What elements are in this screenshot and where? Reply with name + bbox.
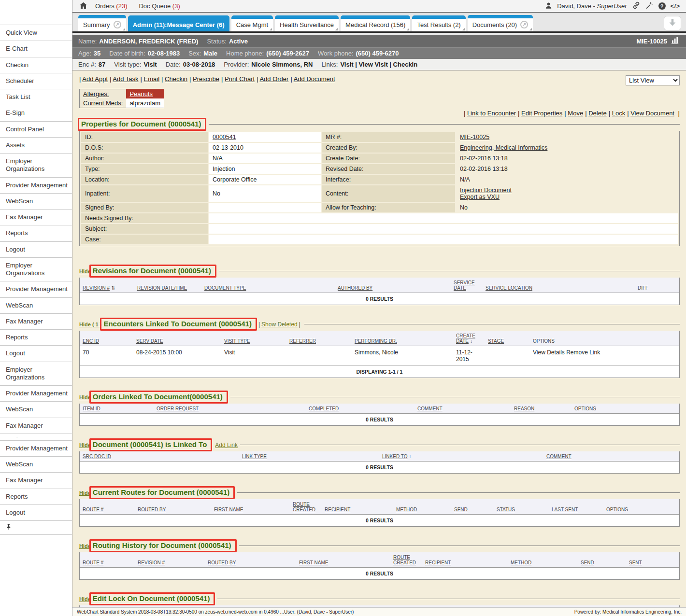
encounter-row[interactable]: 70 08-24-2015 10:00 Visit Simmons, Nicol… <box>80 346 679 366</box>
sort-route-num[interactable]: ROUTE # <box>83 560 103 565</box>
view-select[interactable]: List View <box>626 75 680 85</box>
sort-route-created[interactable]: ROUTE CREATED <box>293 502 315 512</box>
sort-routed-by[interactable]: ROUTED BY <box>208 560 236 565</box>
link-to-encounter-link[interactable]: Link to Encounter <box>467 110 516 117</box>
tab-summary[interactable]: Summary ↗ <box>78 15 126 31</box>
sort-revision-datetime[interactable]: REVISION DATE/TIME <box>137 285 187 291</box>
doc-id-link[interactable]: 0000541 <box>213 134 236 140</box>
move-link[interactable]: Move <box>568 110 583 117</box>
sidebar-item-e-chart[interactable]: E-Chart <box>0 41 72 57</box>
tab-medical-record[interactable]: Medical Record (156) <box>341 15 410 31</box>
injection-document-link[interactable]: Injection Document <box>460 187 512 194</box>
nav-orders[interactable]: Orders (23) <box>95 2 127 10</box>
sidebar-item-employer-organizations[interactable]: Employer Organizations <box>0 154 72 178</box>
sort-recipient[interactable]: RECIPIENT <box>425 560 451 565</box>
home-icon[interactable] <box>79 2 87 11</box>
sidebar-item-fax-manager[interactable]: Fax Manager <box>0 314 72 330</box>
sort-method[interactable]: METHOD <box>511 560 531 565</box>
sort-document-type[interactable]: DOCUMENT TYPE <box>204 285 246 291</box>
encounters-hide-link[interactable]: Hide ( 1 ) <box>79 322 101 327</box>
sort-enc-id[interactable]: ENC ID <box>83 338 99 344</box>
sort-first-name[interactable]: FIRST NAME <box>214 507 243 512</box>
add-order-link[interactable]: Add Order <box>259 75 288 83</box>
sidebar-item-control-panel[interactable]: Control Panel <box>0 122 72 138</box>
open-in-new-icon[interactable]: ↗ <box>114 21 121 28</box>
tab-case-mgmt[interactable]: Case Mgmt <box>231 15 273 31</box>
edit-properties-link[interactable]: Edit Properties <box>521 110 562 117</box>
view-document-link[interactable]: View Document <box>630 110 674 117</box>
email-link[interactable]: Email <box>144 75 160 83</box>
sort-item-id[interactable]: ITEM ID <box>83 406 100 411</box>
sort-first-name[interactable]: FIRST NAME <box>299 560 328 565</box>
sidebar-item-provider-management[interactable]: Provider Management <box>0 281 72 297</box>
tab-test-results[interactable]: Test Results (2) <box>412 15 465 31</box>
sort-linked-to[interactable]: LINKED TO <box>382 454 407 459</box>
open-in-new-icon[interactable]: ↗ <box>520 21 528 28</box>
export-vxu-link[interactable]: Export as VXU <box>460 194 500 200</box>
sort-last-sent[interactable]: LAST SENT <box>552 507 578 512</box>
sort-referrer[interactable]: REFERRER <box>289 338 316 344</box>
sort-visit-type[interactable]: VISIT TYPE <box>224 338 250 344</box>
sidebar-item-webscan[interactable]: WebScan <box>0 194 72 210</box>
sidebar-item-logout[interactable]: Logout <box>0 346 72 362</box>
sort-revision-num[interactable]: REVISION # <box>83 285 110 291</box>
sort-status[interactable]: STATUS <box>497 507 515 512</box>
sort-send[interactable]: SEND <box>454 507 468 512</box>
link-icon[interactable] <box>632 1 641 11</box>
sort-performing-dr[interactable]: PERFORMING DR. <box>355 338 397 344</box>
sidebar-item-provider-management[interactable]: Provider Management <box>0 386 72 402</box>
sidebar-item-provider-management[interactable]: Provider Management <box>0 178 72 194</box>
add-document-link[interactable]: Add Document <box>294 75 335 83</box>
sidebar-item-fax-manager[interactable]: Fax Manager <box>0 418 72 434</box>
sidebar-item-reports[interactable]: Reports <box>0 489 72 505</box>
sidebar-item-employer-organizations[interactable]: Employer Organizations <box>0 258 72 282</box>
sort-stage[interactable]: STAGE <box>488 338 504 344</box>
sort-serv-date[interactable]: SERV DATE <box>136 338 163 344</box>
sort-src-doc-id[interactable]: SRC DOC ID <box>83 454 111 459</box>
sidebar-item-reports[interactable]: Reports <box>0 225 72 241</box>
sidebar-item-scheduler[interactable]: Scheduler <box>0 73 72 89</box>
add-appt-link[interactable]: Add Appt <box>82 75 108 83</box>
allergy-peanuts-link[interactable]: Peanuts <box>129 90 153 98</box>
tab-documents[interactable]: Documents (20) ↗ <box>468 15 533 31</box>
sidebar-pin-toggle[interactable] <box>0 521 72 535</box>
chart-stats-icon[interactable] <box>671 37 680 45</box>
sidebar-item-employer-organizations[interactable]: Employer Organizations <box>0 362 72 386</box>
link-visit[interactable]: Visit <box>340 61 353 68</box>
print-chart-link[interactable]: Print Chart <box>225 75 255 83</box>
current-user[interactable]: David, Dave - SuperUser <box>557 2 627 10</box>
sort-comment[interactable]: COMMENT <box>417 406 443 411</box>
sidebar-item-webscan[interactable]: WebScan <box>0 298 72 314</box>
prescribe-link[interactable]: Prescribe <box>193 75 219 83</box>
checkin-link[interactable]: Checkin <box>165 75 187 83</box>
sort-order-request[interactable]: ORDER REQUEST <box>157 406 199 411</box>
sort-authored-by[interactable]: AUTHORED BY <box>338 285 372 291</box>
sort-completed[interactable]: COMPLETED <box>309 406 339 411</box>
sidebar-item-e-sign[interactable]: E-Sign <box>0 105 72 121</box>
sort-method[interactable]: METHOD <box>396 507 417 512</box>
add-task-link[interactable]: Add Task <box>113 75 138 83</box>
mrn-link[interactable]: MIE-10025 <box>460 134 489 140</box>
sidebar-item-fax-manager[interactable]: Fax Manager <box>0 210 72 225</box>
sort-service-date[interactable]: SERVICE DATE <box>454 280 475 291</box>
sort-sent[interactable]: SENT <box>629 560 642 565</box>
sort-service-location[interactable]: SERVICE LOCATION <box>486 285 532 291</box>
sort-route-num[interactable]: ROUTE # <box>83 507 103 512</box>
sidebar-item-webscan[interactable]: WebScan <box>0 457 72 473</box>
tab-admin-message-center[interactable]: Admin (11):Message Center (6) <box>128 15 229 31</box>
nav-doc-queue[interactable]: Doc Queue (3) <box>139 2 180 10</box>
sidebar-item-webscan[interactable]: WebScan <box>0 402 72 418</box>
sort-send[interactable]: SEND <box>581 560 594 565</box>
code-icon[interactable]: </> <box>671 3 680 10</box>
allergies-link[interactable]: Allergies: <box>83 90 109 98</box>
sort-comment[interactable]: COMMENT <box>546 454 572 459</box>
sort-link-type[interactable]: LINK TYPE <box>242 454 267 459</box>
sort-recipient[interactable]: RECIPIENT <box>325 507 350 512</box>
sidebar-item-clipped[interactable]: - <box>0 434 72 441</box>
sort-route-created[interactable]: ROUTE CREATED <box>393 555 416 565</box>
sidebar-item-logout[interactable]: Logout <box>0 242 72 258</box>
lock-link[interactable]: Lock <box>612 110 625 117</box>
sidebar-item-assets[interactable]: Assets <box>0 138 72 154</box>
sort-routed-by[interactable]: ROUTED BY <box>138 507 166 512</box>
sidebar-item-reports[interactable]: Reports <box>0 330 72 346</box>
